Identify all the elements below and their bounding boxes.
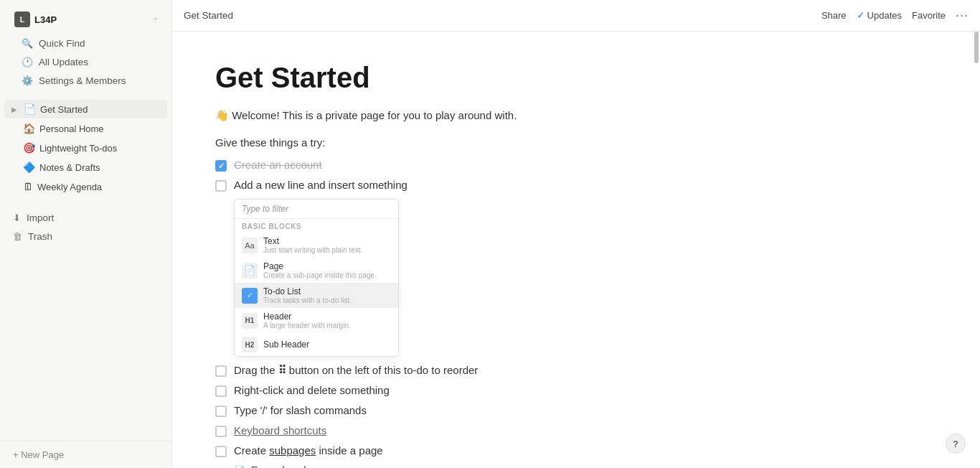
block-option-header[interactable]: H1 Header A large header with margin. — [235, 308, 398, 333]
page-icon-agenda: 🗓 — [23, 181, 33, 192]
topbar: Get Started Share ✓ Updates Favorite ··· — [172, 0, 980, 32]
share-button[interactable]: Share — [821, 10, 847, 21]
settings-icon: ⚙️ — [22, 75, 33, 86]
updates-label: Updates — [867, 10, 902, 21]
header-block-name: Header — [263, 312, 351, 322]
todo-create-account: + ⠿ Create an account — [215, 159, 937, 172]
sidebar-page-weekly-agenda[interactable]: ▶ 🗓 Weekly Agenda + — [4, 177, 167, 196]
checkbox-drag-reorder[interactable] — [215, 365, 227, 377]
todo-add-line: + ⠿ Add a new line and insert something — [215, 179, 937, 192]
todo-label-keyboard-shortcuts: Keyboard shortcuts — [234, 424, 326, 436]
sidebar-item-quick-find[interactable]: 🔍 Quick Find — [13, 34, 159, 52]
checkbox-create-account[interactable] — [215, 160, 227, 172]
sidebar-item-settings[interactable]: ⚙️ Settings & Members — [13, 72, 159, 90]
checkbox-subpages[interactable] — [215, 446, 227, 457]
add-row-icon-3[interactable]: + — [178, 365, 184, 375]
drag-handle-icon-7[interactable]: ⠿ — [187, 445, 194, 456]
try-heading: Give these things a try: — [215, 136, 937, 149]
sub-page-item[interactable]: 📄 Example sub page — [234, 464, 937, 468]
checkbox-add-line[interactable] — [215, 180, 227, 192]
drag-handle-icon-5[interactable]: ⠿ — [187, 405, 194, 416]
updates-check-icon: ✓ — [857, 10, 864, 21]
trash-icon: 🗑 — [13, 231, 22, 242]
help-button[interactable]: ? — [946, 434, 966, 454]
todo-slash-commands: + ⠿ Type '/' for slash commands — [215, 404, 937, 417]
keyboard-shortcuts-link[interactable]: Keyboard shortcuts — [234, 424, 326, 436]
block-option-page[interactable]: 📄 Page Create a sub-page inside this pag… — [235, 258, 398, 283]
workspace-header[interactable]: L L34P ᵛ — [9, 7, 163, 32]
content-area: Get Started 👋 Welcome! This is a private… — [172, 32, 980, 468]
checkbox-right-click[interactable] — [215, 385, 227, 397]
scroll-indicator — [974, 32, 979, 63]
page-label-todos: Lightweight To-dos — [39, 143, 117, 154]
header-block-icon: H1 — [242, 313, 258, 329]
text-block-icon: Aa — [242, 238, 258, 253]
sidebar-page-get-started[interactable]: ▶ 📄 Get Started + — [4, 100, 167, 118]
todo-drag-reorder: + ⠿ Drag the ⠿ button on the left of thi… — [215, 364, 937, 377]
block-section-title: BASIC BLOCKS — [235, 219, 398, 233]
expand-arrow-icon: ▶ — [11, 106, 17, 113]
block-option-subheader[interactable]: H2 Sub Header — [235, 333, 398, 356]
page-block-name: Page — [263, 261, 377, 271]
todo-right-click: + ⠿ Right-click and delete something — [215, 384, 937, 397]
drag-handle-icon[interactable]: ⠿ — [187, 159, 194, 170]
drag-handle-icon-2[interactable]: ⠿ — [187, 179, 194, 190]
search-icon: 🔍 — [22, 38, 33, 49]
block-option-text[interactable]: Aa Text Just start writing with plain te… — [235, 233, 398, 258]
page-block-desc: Create a sub-page inside this page. — [263, 271, 377, 279]
add-row-icon[interactable]: + — [178, 159, 184, 170]
updates-icon: 🕐 — [22, 57, 33, 67]
new-page-button[interactable]: + New Page — [4, 444, 167, 465]
page-icon-get-started: 📄 — [23, 103, 36, 116]
sidebar-page-personal-home[interactable]: ▶ 🏠 Personal Home + — [4, 119, 167, 138]
add-row-icon-6[interactable]: + — [178, 425, 184, 436]
sidebar-item-import[interactable]: ⬇ Import — [4, 209, 167, 227]
sidebar-item-trash[interactable]: 🗑 Trash — [4, 228, 167, 245]
page-icon-personal-home: 🏠 — [23, 123, 35, 134]
page-block-icon: 📄 — [242, 263, 258, 279]
page-label-notes: Notes & Drafts — [39, 162, 100, 173]
todo-block-desc: Track tasks with a to-do list. — [263, 296, 352, 304]
drag-handle-icon-4[interactable]: ⠿ — [187, 385, 194, 396]
add-row-icon-7[interactable]: + — [178, 445, 184, 456]
subheader-block-icon: H2 — [242, 337, 258, 352]
checkbox-keyboard-shortcuts[interactable] — [215, 426, 227, 437]
workspace-name: L34P — [34, 14, 150, 25]
add-row-icon-5[interactable]: + — [178, 405, 184, 416]
welcome-text: 👋 Welcome! This is a private page for yo… — [215, 109, 937, 122]
trash-label: Trash — [28, 231, 161, 242]
page-icon-todos: 🎯 — [23, 142, 35, 154]
favorite-button[interactable]: Favorite — [912, 10, 946, 21]
todo-label-right-click: Right-click and delete something — [234, 384, 390, 396]
block-picker-preview: Type to filter BASIC BLOCKS Aa Text Just… — [234, 199, 399, 357]
more-options-button[interactable]: ··· — [956, 8, 969, 23]
todo-block-icon: ✓ — [242, 288, 258, 304]
checkbox-slash-commands[interactable] — [215, 406, 227, 417]
todo-keyboard-shortcuts: + ⠿ Keyboard shortcuts — [215, 424, 937, 437]
sub-page-label: Example sub page — [251, 464, 334, 468]
import-label: Import — [27, 212, 161, 223]
drag-handle-icon-6[interactable]: ⠿ — [187, 425, 194, 436]
todo-label-add-line: Add a new line and insert something — [234, 179, 407, 191]
import-icon: ⬇ — [13, 212, 21, 223]
drag-handle-icon-3[interactable]: ⠿ — [187, 365, 194, 375]
topbar-page-title: Get Started — [184, 10, 813, 21]
settings-label: Settings & Members — [39, 75, 153, 86]
sidebar-bottom: + New Page — [0, 441, 171, 468]
updates-button[interactable]: ✓ Updates — [857, 10, 902, 21]
sidebar: L L34P ᵛ 🔍 Quick Find 🕐 All Updates ⚙️ S… — [0, 0, 172, 468]
add-row-icon-4[interactable]: + — [178, 385, 184, 396]
page-label-personal-home: Personal Home — [39, 123, 104, 134]
quick-find-label: Quick Find — [39, 38, 153, 49]
block-option-todo[interactable]: ✓ To-do List Track tasks with a to-do li… — [235, 283, 398, 308]
new-page-label: + New Page — [13, 449, 64, 460]
page-label-get-started: Get Started — [40, 104, 88, 115]
sidebar-page-lightweight-todos[interactable]: ▶ 🎯 Lightweight To-dos + — [4, 139, 167, 157]
sidebar-page-notes-drafts[interactable]: ▶ 🔷 Notes & Drafts + — [4, 158, 167, 177]
block-picker-search: Type to filter — [235, 200, 398, 219]
all-updates-label: All Updates — [39, 57, 153, 67]
header-block-desc: A large header with margin. — [263, 322, 351, 329]
main-content: Get Started Share ✓ Updates Favorite ···… — [172, 0, 980, 468]
add-row-icon-2[interactable]: + — [178, 179, 184, 190]
sidebar-item-all-updates[interactable]: 🕐 All Updates — [13, 53, 159, 71]
